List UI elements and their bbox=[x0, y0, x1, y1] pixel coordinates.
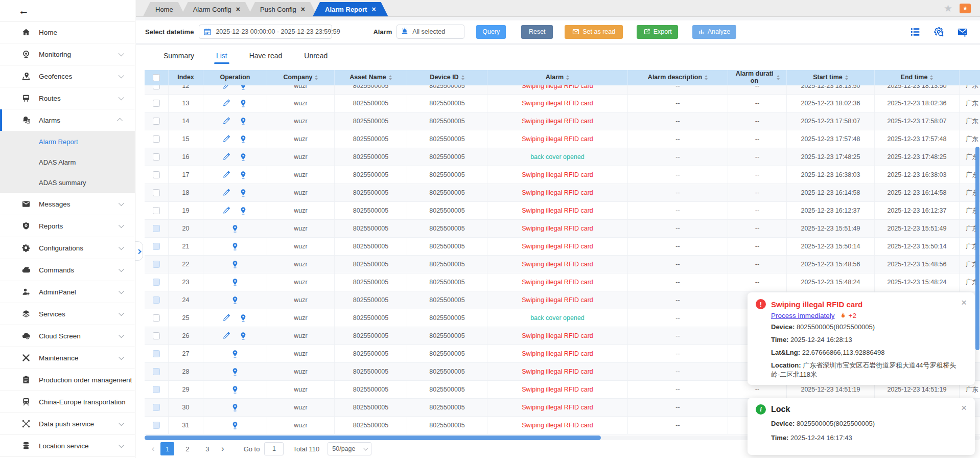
query-button[interactable]: Query bbox=[476, 25, 506, 39]
page-button-2[interactable]: 2 bbox=[180, 442, 194, 455]
row-checkbox[interactable] bbox=[153, 135, 160, 143]
row-checkbox[interactable] bbox=[153, 279, 160, 286]
location-pin-icon[interactable] bbox=[231, 278, 239, 286]
sidebar-item-maintenance[interactable]: Maintenance bbox=[0, 347, 135, 369]
close-icon[interactable]: × bbox=[371, 6, 376, 13]
location-pin-icon[interactable] bbox=[239, 99, 247, 107]
mail-push-icon[interactable] bbox=[957, 27, 968, 37]
close-icon[interactable]: × bbox=[301, 6, 305, 13]
edit-pencil-icon[interactable] bbox=[223, 135, 231, 143]
row-checkbox[interactable] bbox=[153, 314, 160, 322]
row-checkbox[interactable] bbox=[153, 261, 160, 268]
row-checkbox[interactable] bbox=[153, 171, 160, 178]
edit-pencil-icon[interactable] bbox=[223, 314, 231, 322]
page-button-1[interactable]: 1 bbox=[160, 442, 174, 455]
sidebar-collapse-handle[interactable] bbox=[135, 241, 143, 261]
sidebar-subitem-alarm-report[interactable]: Alarm Report bbox=[0, 131, 135, 152]
row-checkbox[interactable] bbox=[153, 243, 160, 250]
sidebar-item-geofences[interactable]: Geofences bbox=[0, 65, 135, 87]
location-pin-icon[interactable] bbox=[231, 260, 239, 268]
column-header-start-time[interactable]: Start time bbox=[787, 70, 875, 85]
favorite-star-icon[interactable]: ★ bbox=[944, 3, 952, 14]
location-pin-icon[interactable] bbox=[231, 421, 239, 429]
row-checkbox[interactable] bbox=[153, 85, 160, 89]
subtab-summary[interactable]: Summary bbox=[164, 52, 194, 60]
row-checkbox[interactable] bbox=[153, 404, 160, 411]
sidebar-item-reports[interactable]: Reports bbox=[0, 215, 135, 237]
row-checkbox[interactable] bbox=[153, 207, 160, 214]
analyze-button[interactable]: Analyze bbox=[692, 25, 736, 39]
edit-pencil-icon[interactable] bbox=[223, 153, 231, 161]
sidebar-item-messages[interactable]: Messages bbox=[0, 193, 135, 215]
collection-icon[interactable]: ★ bbox=[960, 4, 971, 13]
process-immediately-link[interactable]: Process immediately bbox=[771, 312, 835, 319]
tab-push-config[interactable]: Push Config× bbox=[248, 2, 317, 16]
row-checkbox[interactable] bbox=[153, 332, 160, 339]
vertical-scrollbar-thumb[interactable] bbox=[975, 147, 979, 350]
sidebar-item-adminpanel[interactable]: AdminPanel bbox=[0, 281, 135, 303]
location-pin-icon[interactable] bbox=[239, 117, 247, 125]
column-header-alarm-description[interactable]: Alarm description bbox=[628, 70, 728, 85]
edit-pencil-icon[interactable] bbox=[223, 99, 231, 107]
location-pin-icon[interactable] bbox=[231, 242, 239, 250]
location-pin-icon[interactable] bbox=[239, 189, 247, 197]
row-checkbox[interactable] bbox=[153, 386, 160, 393]
select-all-checkbox[interactable] bbox=[153, 74, 160, 81]
location-pin-icon[interactable] bbox=[231, 403, 239, 411]
sidebar-item-data-push-service[interactable]: Data push service bbox=[0, 413, 135, 435]
edit-pencil-icon[interactable] bbox=[223, 171, 231, 179]
edit-pencil-icon[interactable] bbox=[223, 85, 231, 90]
sidebar-item-cloud-screen[interactable]: Cloud Screen bbox=[0, 325, 135, 347]
column-header-company[interactable]: Company bbox=[267, 70, 335, 85]
column-header-asset-name[interactable]: Asset Name bbox=[335, 70, 407, 85]
close-icon[interactable]: × bbox=[961, 404, 967, 411]
location-pin-icon[interactable] bbox=[231, 350, 239, 358]
sidebar-item-production-order-management[interactable]: Production order management bbox=[0, 369, 135, 391]
goto-page-input[interactable] bbox=[264, 442, 284, 455]
back-arrow-icon[interactable]: ← bbox=[18, 5, 29, 16]
sidebar-item-routes[interactable]: Routes bbox=[0, 87, 135, 109]
edit-pencil-icon[interactable] bbox=[223, 332, 231, 340]
row-checkbox[interactable] bbox=[153, 350, 160, 357]
location-pin-icon[interactable] bbox=[239, 135, 247, 143]
row-checkbox[interactable] bbox=[153, 189, 160, 196]
location-pin-icon[interactable] bbox=[239, 85, 247, 90]
location-pin-icon[interactable] bbox=[231, 224, 239, 233]
alarm-type-select[interactable]: All selected bbox=[396, 25, 464, 39]
horizontal-scrollbar-thumb[interactable] bbox=[145, 436, 601, 440]
location-pin-icon[interactable] bbox=[231, 368, 239, 376]
edit-pencil-icon[interactable] bbox=[223, 117, 231, 125]
column-header-device-id[interactable]: Device ID bbox=[407, 70, 487, 85]
page-size-select[interactable]: 50/page bbox=[328, 442, 371, 455]
row-checkbox[interactable] bbox=[153, 368, 160, 375]
tab-home[interactable]: Home bbox=[143, 2, 185, 16]
row-checkbox[interactable] bbox=[153, 225, 160, 232]
column-header-alarm-duration[interactable]: Alarm duration bbox=[728, 70, 787, 85]
row-checkbox[interactable] bbox=[153, 153, 160, 161]
subtab-unread[interactable]: Unread bbox=[304, 52, 328, 60]
location-pin-icon[interactable] bbox=[239, 153, 247, 161]
datetime-range-input[interactable]: 2025-12-23 00:00:00 - 2025-12-23 23:59:5… bbox=[199, 25, 332, 39]
subtab-have-read[interactable]: Have read bbox=[249, 52, 283, 60]
next-page-button[interactable]: › bbox=[221, 444, 224, 453]
sidebar-item-monitoring[interactable]: Monitoring bbox=[0, 43, 135, 65]
row-checkbox[interactable] bbox=[153, 118, 160, 125]
alarm-settings-search-icon[interactable] bbox=[934, 27, 944, 37]
sidebar-item-commands[interactable]: Commands bbox=[0, 259, 135, 281]
location-pin-icon[interactable] bbox=[239, 171, 247, 179]
sidebar-item-location-service[interactable]: Location service bbox=[0, 435, 135, 457]
edit-pencil-icon[interactable] bbox=[223, 189, 231, 197]
column-header-alarm[interactable]: Alarm bbox=[487, 70, 628, 85]
set-as-read-button[interactable]: Set as read bbox=[565, 25, 623, 39]
sidebar-subitem-adas-alarm[interactable]: ADAS Alarm bbox=[0, 152, 135, 172]
sidebar-item-china-europe-transportation[interactable]: China-Europe transportation bbox=[0, 391, 135, 413]
row-checkbox[interactable] bbox=[153, 100, 160, 107]
tab-alarm-report[interactable]: Alarm Report× bbox=[313, 2, 388, 16]
close-icon[interactable]: × bbox=[961, 299, 967, 306]
location-pin-icon[interactable] bbox=[239, 332, 247, 340]
sidebar-item-alarms[interactable]: Alarms bbox=[0, 109, 135, 131]
column-header-end-time[interactable]: End time bbox=[875, 70, 960, 85]
sidebar-item-home[interactable]: Home bbox=[0, 21, 135, 43]
row-checkbox[interactable] bbox=[153, 296, 160, 304]
location-pin-icon[interactable] bbox=[239, 207, 247, 215]
